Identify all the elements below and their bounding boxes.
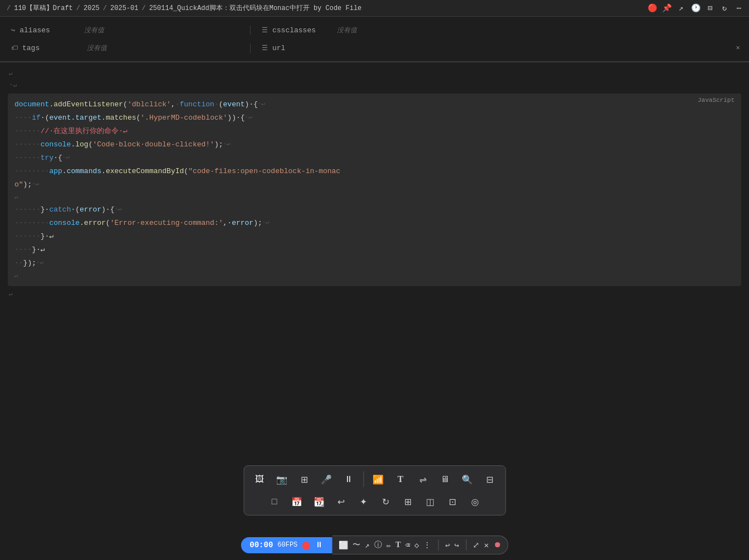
toolbar-row-1: 🖼 📷 ⊞ 🎤 ⏸ 📶 T ⇌ 🖥 🔍 ⊟ <box>249 469 500 489</box>
toolbar-columns-btn[interactable]: ⊞ <box>398 492 418 512</box>
cursor-tool-icon[interactable]: ⬜ <box>339 541 348 550</box>
code-line-8: ········ console.error('Error·executing·… <box>8 217 741 230</box>
meta-row-aliases: ↪ aliases 没有值 ☰ cssclasses 没有值 <box>0 21 749 39</box>
pin-icon[interactable]: 📌 <box>662 4 671 13</box>
code-line-1: document.addEventListener('dblclick',·fu… <box>8 98 741 111</box>
clock-icon[interactable]: 🕐 <box>691 4 700 13</box>
sep: / <box>7 4 11 12</box>
toolbar-layers-btn[interactable]: ◫ <box>420 492 440 512</box>
rec-sep-1 <box>438 539 438 551</box>
code-line-9: ······ }·↵ <box>8 230 741 243</box>
text-tool-icon[interactable]: T <box>395 541 400 549</box>
code-line-6b: o"); ·↵ <box>8 178 741 191</box>
recording-right: ⬜ 〜 ↗ ⓘ ✏ T ⌫ ◇ ⋮ ↩ ↪ ⤢ ✕ ⏺ <box>332 536 508 554</box>
tags-label: tags <box>22 44 78 52</box>
code-lang-label: JavaScript <box>698 97 735 104</box>
recording-bar: 00:00 60FPS ⬤ ⏸ ⬜ 〜 ↗ ⓘ ✏ T ⌫ ◇ ⋮ ↩ ↪ ⤢ … <box>241 536 508 554</box>
cssclasses-label: cssclasses <box>272 26 328 35</box>
tags-value: 没有值 <box>87 43 107 53</box>
editor-area[interactable]: ↵ ·↵ JavaScript document.addEventListene… <box>0 62 749 306</box>
toolbar-sep-1 <box>363 471 364 487</box>
toolbar-mic-btn[interactable]: 🎤 <box>316 469 336 489</box>
recording-time: 00:00 <box>249 541 273 549</box>
redo-tool-icon[interactable]: ↪ <box>454 541 459 550</box>
undo-tool-icon[interactable]: ↩ <box>445 541 449 550</box>
more-tool-icon[interactable]: ⋮ <box>423 541 431 550</box>
url-icon: ☰ <box>262 44 268 52</box>
breadcrumb-2025[interactable]: 2025 <box>84 4 100 12</box>
toolbar-rotate-btn[interactable]: ↻ <box>376 492 396 512</box>
aliases-label: aliases <box>19 26 75 35</box>
url-close-button[interactable]: × <box>736 44 740 52</box>
breadcrumb: / 110【草稿】Draft / 2025 / 2025-01 / 250114… <box>6 3 361 13</box>
toolbar-square-btn[interactable]: □ <box>265 492 285 512</box>
sep3: / <box>103 4 107 12</box>
split-icon[interactable]: ⊟ <box>706 4 714 13</box>
code-line-7: ······ }·catch·(error)·{ ·↵ <box>8 203 741 217</box>
recording-pause-btn[interactable]: ⏸ <box>315 541 323 549</box>
toolbar-calendar2-btn[interactable]: 📆 <box>309 492 329 512</box>
toolbar-table-btn[interactable]: ⊟ <box>479 469 500 489</box>
toolbar-search-btn[interactable]: 🔍 <box>457 469 477 489</box>
code-line-5: ······ try·{ ·↵ <box>8 151 741 165</box>
toolbar-wifi-btn[interactable]: 📶 <box>368 469 388 489</box>
toolbar-target-btn[interactable]: ◎ <box>465 492 485 512</box>
more-icon[interactable]: ⋯ <box>735 4 743 13</box>
flame-icon[interactable]: 🔴 <box>648 4 657 13</box>
code-line-11: ·· }); ·↵ <box>8 257 741 270</box>
refresh-icon[interactable]: ↻ <box>720 4 729 13</box>
toolbar-move-btn[interactable]: ✦ <box>354 492 374 512</box>
fullscreen-tool-icon[interactable]: ⤢ <box>473 541 479 550</box>
sep2: / <box>76 4 80 12</box>
shape-tool-icon[interactable]: ◇ <box>414 541 419 550</box>
aliases-icon: ↪ <box>11 26 15 35</box>
info-tool-icon[interactable]: ⓘ <box>374 540 382 550</box>
toolbar-monitor-btn[interactable]: 🖥 <box>435 469 455 489</box>
code-line-3: ······ //·在这里执行你的命令·↵ <box>8 125 741 138</box>
aliases-value: 没有值 <box>84 26 104 35</box>
toolbar-grid-btn[interactable]: ⊞ <box>294 469 314 489</box>
toolbar-photo-btn[interactable]: 📷 <box>272 469 292 489</box>
breadcrumb-file[interactable]: 250114_QuickAdd脚本：双击代码块在Monac中打开 by Code… <box>149 3 362 13</box>
toolbar: 🖼 📷 ⊞ 🎤 ⏸ 📶 T ⇌ 🖥 🔍 ⊟ □ 📅 📆 ↩ ✦ ↻ ⊞ ◫ ⊡ … <box>243 465 506 515</box>
recording-left: 00:00 60FPS ⬤ ⏸ <box>241 537 332 553</box>
toolbar-calendar-btn[interactable]: 📅 <box>287 492 307 512</box>
recording-dot-icon[interactable]: ⬤ <box>302 541 311 550</box>
path-tool-icon[interactable]: 〜 <box>353 540 360 550</box>
trailing-line: ↵ <box>0 288 749 300</box>
recording-fps: 60FPS <box>277 541 297 549</box>
toolbar-select-btn[interactable]: ⊡ <box>443 492 463 512</box>
meta-cssclasses-right: ☰ cssclasses 没有值 <box>251 26 749 35</box>
toolbar-text-btn[interactable]: T <box>390 469 410 489</box>
code-line-10: ···· }·↵ <box>8 243 741 257</box>
meta-aliases-left: ↪ aliases 没有值 <box>0 26 251 35</box>
cssclasses-value: 没有值 <box>337 26 357 35</box>
toolbar-swap-btn[interactable]: ⇌ <box>413 469 433 489</box>
breadcrumb-draft[interactable]: 110【草稿】Draft <box>14 3 73 13</box>
tags-icon: 🏷 <box>11 44 18 52</box>
code-line-2: ···· if·(event.target.matches('.HyperMD-… <box>8 111 741 125</box>
top-bar: / 110【草稿】Draft / 2025 / 2025-01 / 250114… <box>0 0 749 17</box>
code-line-12: ↵ <box>8 270 741 282</box>
cssclasses-icon: ☰ <box>262 26 268 35</box>
arrow-tool-icon[interactable]: ↗ <box>365 541 369 550</box>
toolbar-arrow-btn[interactable]: ↩ <box>331 492 351 512</box>
meta-url-right: ☰ url × <box>251 44 749 52</box>
eraser-tool-icon[interactable]: ⌫ <box>405 541 410 550</box>
toolbar-row-2: □ 📅 📆 ↩ ✦ ↻ ⊞ ◫ ⊡ ◎ <box>249 492 500 512</box>
meta-tags-left: 🏷 tags 没有值 <box>0 43 251 53</box>
code-line-4: ······ console.log('Code·block·double-cl… <box>8 138 741 151</box>
record-stop-icon[interactable]: ⏺ <box>493 541 501 549</box>
pen-tool-icon[interactable]: ✏ <box>386 541 391 550</box>
breadcrumb-month[interactable]: 2025-01 <box>110 4 138 12</box>
code-line-blank: ↵ <box>8 191 741 203</box>
sep4: / <box>141 4 145 12</box>
rec-sep-2 <box>466 539 466 551</box>
code-block[interactable]: JavaScript document.addEventListener('db… <box>8 94 741 287</box>
expand-icon[interactable]: ↗ <box>677 4 686 13</box>
toolbar-pause-btn[interactable]: ⏸ <box>339 469 359 489</box>
close-tool-icon[interactable]: ✕ <box>484 541 488 550</box>
meta-row-tags: 🏷 tags 没有值 ☰ url × <box>0 39 749 57</box>
toolbar-image-btn[interactable]: 🖼 <box>249 469 270 489</box>
url-label: url <box>272 44 328 52</box>
